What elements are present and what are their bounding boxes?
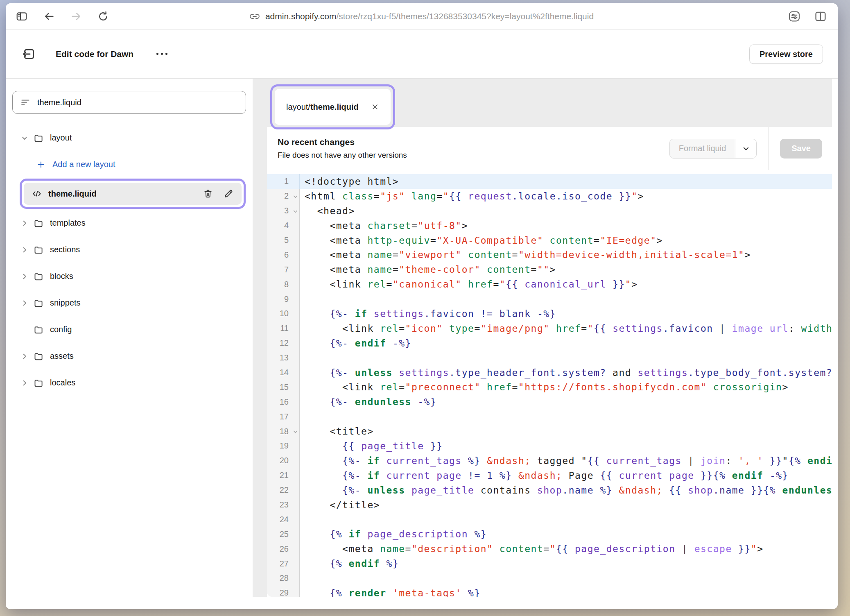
sidebar-item-theme-liquid[interactable]: theme.liquid (24, 183, 242, 205)
code-line[interactable]: 3 <head> (267, 204, 832, 218)
code-line[interactable]: 22 {%- unless page_title contains shop.n… (267, 483, 832, 498)
back-icon[interactable] (43, 11, 55, 22)
code-line[interactable]: 28 (267, 571, 832, 586)
code-line[interactable]: 17 (267, 409, 832, 424)
code-line[interactable]: 12 {%- endif -%} (267, 336, 832, 351)
add-new-layout-button[interactable]: Add a new layout (6, 151, 253, 178)
tab-theme-liquid[interactable]: layout/theme.liquid (275, 89, 391, 125)
file-search-box[interactable] (12, 91, 246, 114)
chevron-right-icon[interactable] (20, 245, 34, 255)
code-token (726, 323, 732, 334)
code-line[interactable]: 7 <meta name="theme-color" content=""> (267, 262, 832, 277)
code-token (707, 382, 713, 392)
line-gutter: 21 (267, 468, 300, 483)
code-token: = (374, 191, 380, 202)
code-line[interactable]: 19 {{ page_title }} (267, 439, 832, 453)
sidebar-toggle-icon[interactable] (16, 10, 28, 23)
chevron-right-icon[interactable] (20, 218, 34, 228)
code-token: .favicon (424, 308, 475, 319)
code-token: {%- (330, 367, 355, 378)
code-line[interactable]: 10 {%- if settings.favicon != blank -%} (267, 306, 832, 321)
rename-file-icon[interactable] (224, 189, 233, 199)
code-line[interactable]: 27 {% endif %} (267, 556, 832, 571)
code-line[interactable]: 4 <meta charset="utf-8"> (267, 218, 832, 233)
code-token: "utf-8" (418, 220, 461, 231)
code-line[interactable]: 15 <link rel="preconnect" href="https://… (267, 380, 832, 394)
format-liquid-button[interactable]: Format liquid (670, 139, 735, 158)
delete-file-icon[interactable] (203, 189, 213, 199)
browser-settings-icon[interactable] (788, 10, 801, 23)
code-line[interactable]: 11 <link rel="icon" type="image/png" hre… (267, 321, 832, 336)
code-line[interactable]: 18 <title> (267, 424, 832, 439)
code-line[interactable]: 16 {%- endunless -%} (267, 394, 832, 409)
address-bar[interactable]: admin.shopify.com/store/rzq1xu-f5/themes… (250, 3, 594, 29)
sidebar-item-assets[interactable]: assets (6, 343, 253, 369)
sidebar-item-blocks[interactable]: blocks (6, 263, 253, 290)
code-line[interactable]: 14 {%- unless settings.type_header_font.… (267, 365, 832, 380)
chevron-down-icon[interactable] (20, 133, 34, 143)
code-line[interactable]: 26 <meta name="description" content="{{ … (267, 541, 832, 556)
sidebar-item-layout[interactable]: layout (6, 125, 253, 151)
format-options-dropdown[interactable] (735, 139, 756, 158)
line-number: 25 (280, 530, 299, 539)
code-token: <link (305, 279, 367, 290)
exit-editor-icon[interactable] (22, 47, 36, 61)
code-token: tagged " (531, 455, 588, 466)
chevron-right-icon[interactable] (20, 272, 34, 281)
close-tab-icon[interactable] (371, 103, 379, 111)
code-token: <meta (305, 220, 367, 231)
code-token: %} (474, 529, 487, 539)
code-token: current_page (619, 470, 694, 481)
code-token (305, 470, 342, 481)
code-line[interactable]: 25 {% if page_description %} (267, 527, 832, 541)
more-actions-button[interactable] (156, 53, 167, 55)
chevron-right-icon[interactable] (20, 378, 34, 388)
code-line[interactable]: 8 <link rel="canonical" href="{{ canonic… (267, 277, 832, 292)
code-editor[interactable]: 1<!doctype html>2<html class="js" lang="… (267, 170, 832, 597)
code-line[interactable]: 9 (267, 292, 832, 306)
code-token (387, 338, 393, 349)
code-token (305, 396, 330, 407)
code-line[interactable]: 23 </title> (267, 498, 832, 512)
content-area: layoutAdd a new layouttheme.liquidtempla… (6, 79, 838, 609)
reload-icon[interactable] (97, 11, 109, 22)
sidebar-item-config[interactable]: config (6, 316, 253, 343)
code-token: settings (613, 323, 663, 334)
chevron-right-icon[interactable] (20, 351, 34, 361)
fold-toggle-icon[interactable] (292, 194, 298, 200)
code-line[interactable]: 24 (267, 512, 832, 527)
fold-toggle-icon[interactable] (292, 429, 298, 435)
code-token: if (367, 455, 380, 466)
code-line[interactable]: 21 {%- if current_page != 1 %} &ndash; P… (267, 468, 832, 483)
code-token: }} (744, 485, 763, 496)
save-button[interactable]: Save (780, 139, 822, 159)
line-number: 26 (280, 544, 299, 554)
line-number: 8 (284, 280, 299, 289)
code-token: if (348, 529, 361, 539)
chevron-right-icon[interactable] (20, 298, 34, 308)
code-line[interactable]: 13 (267, 351, 832, 365)
split-view-icon[interactable] (814, 10, 827, 23)
code-token: = (393, 249, 399, 260)
code-token: " (443, 191, 449, 202)
sidebar-item-templates[interactable]: templates (6, 210, 253, 236)
folder-label: locales (50, 378, 75, 387)
code-token: = (387, 279, 393, 290)
sidebar-item-locales[interactable]: locales (6, 369, 253, 396)
sidebar-item-sections[interactable]: sections (6, 236, 253, 263)
code-token (481, 382, 487, 392)
code-token: %} (387, 558, 399, 569)
code-token: current_page (387, 470, 462, 481)
fold-toggle-icon[interactable] (292, 208, 298, 214)
search-input[interactable] (37, 98, 238, 107)
code-line[interactable]: 2<html class="js" lang="{{ request.local… (267, 189, 832, 204)
code-token (481, 455, 487, 466)
code-line[interactable]: 5 <meta http-equiv="X-UA-Compatible" con… (267, 233, 832, 248)
code-token (462, 279, 468, 290)
sidebar-item-snippets[interactable]: snippets (6, 290, 253, 316)
preview-store-button[interactable]: Preview store (749, 44, 823, 63)
code-line[interactable]: 20 {%- if current_tags %} &ndash; tagged… (267, 453, 832, 468)
code-line[interactable]: 29 {% render 'meta-tags' %} (267, 586, 832, 597)
code-line[interactable]: 6 <meta name="viewport" content="width=d… (267, 247, 832, 262)
code-line[interactable]: 1<!doctype html> (267, 174, 832, 189)
